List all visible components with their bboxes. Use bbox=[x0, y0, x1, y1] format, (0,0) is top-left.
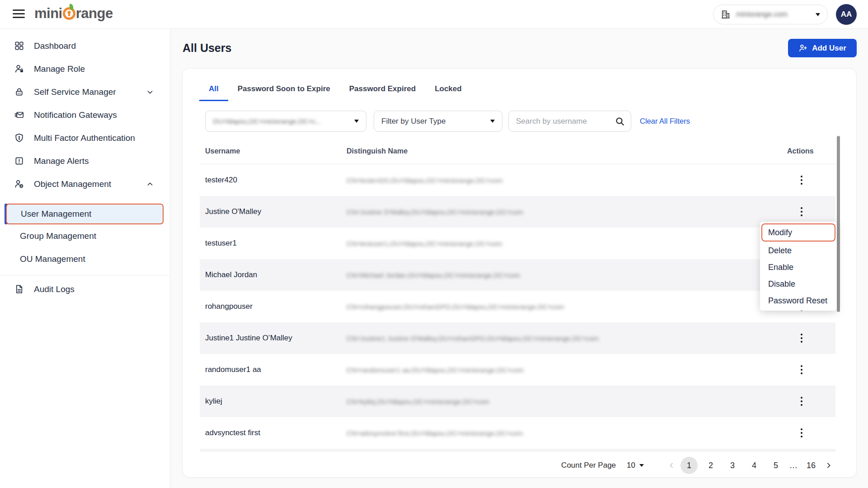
user-type-filter-dropdown[interactable]: Filter by User Type bbox=[374, 111, 502, 132]
sidebar-item-group-management[interactable]: Group Management bbox=[0, 224, 170, 247]
search-icon[interactable] bbox=[615, 116, 625, 127]
row-actions-kebab-icon[interactable] bbox=[796, 427, 807, 439]
tab-label: Locked bbox=[435, 84, 462, 93]
menu-item-enable[interactable]: Enable bbox=[761, 259, 835, 276]
next-page-button[interactable] bbox=[822, 457, 835, 474]
menu-item-label: Modify bbox=[768, 228, 792, 237]
menu-item-password-reset[interactable]: Password Reset bbox=[761, 293, 835, 309]
ou-filter-dropdown[interactable]: OU=ldapou,DC=miniorange,DC=c... bbox=[205, 111, 366, 132]
sidebar-item-dashboard[interactable]: Dashboard bbox=[0, 34, 170, 57]
sidebar-item-manage-alerts[interactable]: Manage Alerts bbox=[0, 149, 170, 172]
cell-username: Justine O'Malley bbox=[205, 207, 261, 216]
tab-all[interactable]: All bbox=[199, 78, 228, 101]
row-actions-kebab-icon[interactable] bbox=[796, 174, 807, 186]
page-button-1[interactable]: 1 bbox=[680, 457, 698, 474]
row-actions-context-menu: Modify Delete Enable Disable Password Re… bbox=[760, 222, 837, 311]
cell-username: advsynctest first bbox=[205, 428, 260, 437]
row-actions-kebab-icon[interactable] bbox=[796, 332, 807, 344]
sidebar-item-label: Self Service Manager bbox=[34, 87, 116, 97]
sidebar-item-label: Object Management bbox=[34, 179, 111, 189]
sidebar-item-user-management[interactable]: User Management bbox=[5, 204, 164, 224]
table-row: tester420 CN=tester420,OU=ldapou,DC=mini… bbox=[200, 164, 835, 196]
tab-label: All bbox=[209, 84, 219, 93]
sidebar-item-label: Notification Gateways bbox=[34, 110, 117, 120]
page-button-5[interactable]: 5 bbox=[767, 457, 784, 474]
row-actions-kebab-icon[interactable] bbox=[796, 363, 807, 376]
menu-item-label: Disable bbox=[768, 279, 795, 289]
cell-username: rohangpouser bbox=[205, 302, 253, 311]
partial-next-row bbox=[200, 449, 835, 452]
count-per-page-label: Count Per Page bbox=[561, 461, 616, 470]
sidebar-item-label: Audit Logs bbox=[34, 284, 75, 294]
sidebar-item-ou-management[interactable]: OU Management bbox=[0, 247, 170, 270]
count-per-page-dropdown[interactable]: 10 bbox=[627, 461, 644, 470]
page-button-4[interactable]: 4 bbox=[746, 457, 763, 474]
column-header-distinguish-name: Distinguish Name bbox=[347, 147, 408, 155]
table-row: rohangpouser CN=rohangpouser,OU=rohanGPO… bbox=[200, 291, 835, 322]
table-row: randomuser1 aa CN=randomuser1 aa,OU=ldap… bbox=[200, 354, 835, 386]
user-lock-icon bbox=[14, 64, 24, 74]
previous-page-button[interactable] bbox=[665, 457, 678, 474]
table-row: kyliej CN=kyliej,OU=ldapou,DC=miniorange… bbox=[200, 386, 835, 417]
cell-username: testuser1 bbox=[205, 239, 237, 248]
table-row: Michael Jordan CN=Michael Jordan,OU=ldap… bbox=[200, 259, 835, 291]
sidebar-item-label: OU Management bbox=[20, 254, 85, 264]
cell-distinguish-name: CN=kyliej,OU=ldapou,DC=miniorange,DC=com bbox=[347, 398, 489, 405]
cell-username: Michael Jordan bbox=[205, 270, 257, 279]
sidebar-item-multi-factor-authentication[interactable]: Multi Factor Authentication bbox=[0, 126, 170, 149]
cell-username: tester420 bbox=[205, 176, 237, 185]
cell-distinguish-name: CN=testuser1,OU=ldapou,DC=miniorange,DC=… bbox=[347, 240, 502, 247]
user-type-filter-value: Filter by User Type bbox=[381, 117, 486, 126]
tab-label: Password Expired bbox=[349, 84, 416, 93]
miniorange-logo: minirange bbox=[34, 5, 113, 22]
avatar[interactable]: AA bbox=[836, 4, 857, 25]
pagination: Count Per Page 10 1 2 3 4 5 … 16 bbox=[561, 455, 835, 475]
menu-item-modify[interactable]: Modify bbox=[761, 223, 835, 242]
cell-distinguish-name: CN=rohangpouser,OU=rohanGPO,OU=ldapou,DC… bbox=[347, 303, 564, 311]
domain-selector[interactable]: miniorange.com bbox=[713, 5, 828, 24]
chevron-down-icon bbox=[639, 464, 644, 467]
row-actions-kebab-icon[interactable] bbox=[796, 205, 807, 218]
sidebar-item-object-management[interactable]: Object Management bbox=[0, 172, 170, 195]
chevron-left-icon bbox=[668, 462, 675, 469]
cell-username: Justine1 Justine O’Malley bbox=[205, 334, 292, 343]
tab-locked[interactable]: Locked bbox=[425, 78, 471, 101]
clear-all-filters-link[interactable]: Clear All Filters bbox=[640, 111, 690, 132]
sidebar-item-notification-gateways[interactable]: Notification Gateways bbox=[0, 103, 170, 126]
chevron-down-icon bbox=[816, 13, 820, 16]
add-user-button[interactable]: Add User bbox=[788, 39, 857, 57]
sidebar-item-label: User Management bbox=[21, 209, 91, 219]
add-user-icon bbox=[798, 43, 808, 53]
chevron-down-icon bbox=[354, 120, 359, 123]
users-card: All Password Soon to Expire Password Exp… bbox=[182, 68, 857, 478]
page-title: All Users bbox=[183, 42, 231, 55]
document-icon bbox=[14, 284, 24, 294]
count-per-page-value: 10 bbox=[627, 461, 635, 470]
cell-distinguish-name: CN=advsynctest first,OU=ldapou,DC=minior… bbox=[347, 429, 523, 437]
row-actions-kebab-icon[interactable] bbox=[796, 395, 807, 408]
user-tabs: All Password Soon to Expire Password Exp… bbox=[199, 78, 471, 101]
tab-password-soon-to-expire[interactable]: Password Soon to Expire bbox=[228, 78, 340, 101]
sidebar-item-self-service-manager[interactable]: Self Service Manager bbox=[0, 80, 170, 103]
shield-user-icon bbox=[14, 133, 24, 143]
envelope-fast-icon bbox=[14, 110, 24, 120]
cell-distinguish-name: CN=Justine1 Justine O'Malley,OU=rohanGPO… bbox=[347, 335, 599, 342]
page-button-3[interactable]: 3 bbox=[724, 457, 741, 474]
menu-item-disable[interactable]: Disable bbox=[761, 276, 835, 293]
table-row: advsynctest first CN=advsynctest first,O… bbox=[200, 417, 835, 449]
search-input[interactable] bbox=[516, 117, 615, 126]
menu-item-label: Enable bbox=[768, 263, 793, 272]
cell-distinguish-name: CN=tester420,OU=ldapou,DC=miniorange,DC=… bbox=[347, 177, 502, 184]
logo-orange-o-icon bbox=[63, 7, 75, 20]
sidebar-item-manage-role[interactable]: Manage Role bbox=[0, 57, 170, 80]
sidebar-item-audit-logs[interactable]: Audit Logs bbox=[0, 278, 170, 301]
logo-text-range: range bbox=[76, 5, 113, 21]
page-button-16[interactable]: 16 bbox=[802, 457, 820, 474]
page-button-2[interactable]: 2 bbox=[702, 457, 719, 474]
vertical-scrollbar[interactable] bbox=[837, 136, 840, 312]
table-header: Username Distinguish Name Actions bbox=[200, 138, 835, 164]
menu-item-delete[interactable]: Delete bbox=[761, 242, 835, 259]
tab-password-expired[interactable]: Password Expired bbox=[340, 78, 425, 101]
menu-item-label: Delete bbox=[768, 246, 792, 256]
hamburger-menu-icon[interactable] bbox=[13, 9, 25, 19]
